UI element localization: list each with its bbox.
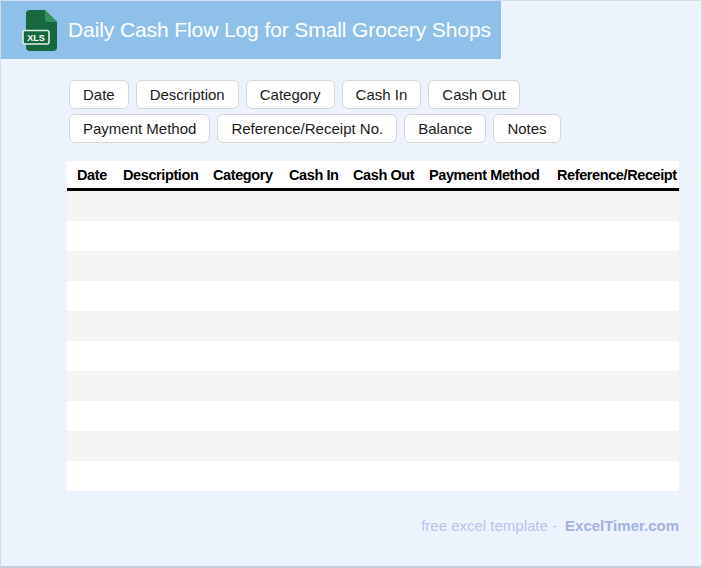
footer-tagline: free excel template - xyxy=(421,517,557,534)
table-row xyxy=(67,461,679,491)
field-chips: Date Description Category Cash In Cash O… xyxy=(69,80,649,143)
table-body xyxy=(67,191,679,491)
chip-balance[interactable]: Balance xyxy=(404,114,486,143)
chip-date[interactable]: Date xyxy=(69,80,129,109)
column-header-date: Date xyxy=(77,167,123,183)
column-header-reference-receipt: Reference/Receipt No. xyxy=(557,167,679,183)
footer-brand-link[interactable]: ExcelTimer.com xyxy=(565,517,679,534)
table-row xyxy=(67,221,679,251)
page-title: Daily Cash Flow Log for Small Grocery Sh… xyxy=(68,18,491,42)
chip-category[interactable]: Category xyxy=(246,80,335,109)
table-row xyxy=(67,341,679,371)
column-header-cash-out: Cash Out xyxy=(353,167,429,183)
footer: free excel template -ExcelTimer.com xyxy=(421,517,679,534)
chip-description[interactable]: Description xyxy=(136,80,239,109)
header-bar: XLS Daily Cash Flow Log for Small Grocer… xyxy=(1,1,501,59)
table-row xyxy=(67,191,679,221)
page: XLS Daily Cash Flow Log for Small Grocer… xyxy=(0,0,702,568)
xls-badge-label: XLS xyxy=(27,32,45,42)
column-header-payment-method: Payment Method xyxy=(429,167,557,183)
cash-flow-table: Date Description Category Cash In Cash O… xyxy=(67,161,679,491)
table-row xyxy=(67,401,679,431)
table-row xyxy=(67,431,679,461)
xls-file-icon: XLS xyxy=(22,9,59,52)
chip-reference-receipt-no[interactable]: Reference/Receipt No. xyxy=(217,114,397,143)
chip-cash-out[interactable]: Cash Out xyxy=(428,80,519,109)
table-row xyxy=(67,311,679,341)
chip-payment-method[interactable]: Payment Method xyxy=(69,114,210,143)
chip-cash-in[interactable]: Cash In xyxy=(342,80,422,109)
column-header-category: Category xyxy=(213,167,289,183)
column-header-cash-in: Cash In xyxy=(289,167,353,183)
table-header-row: Date Description Category Cash In Cash O… xyxy=(67,161,679,191)
table-row xyxy=(67,251,679,281)
table-row xyxy=(67,281,679,311)
column-header-description: Description xyxy=(123,167,213,183)
chip-notes[interactable]: Notes xyxy=(493,114,560,143)
table-row xyxy=(67,371,679,401)
